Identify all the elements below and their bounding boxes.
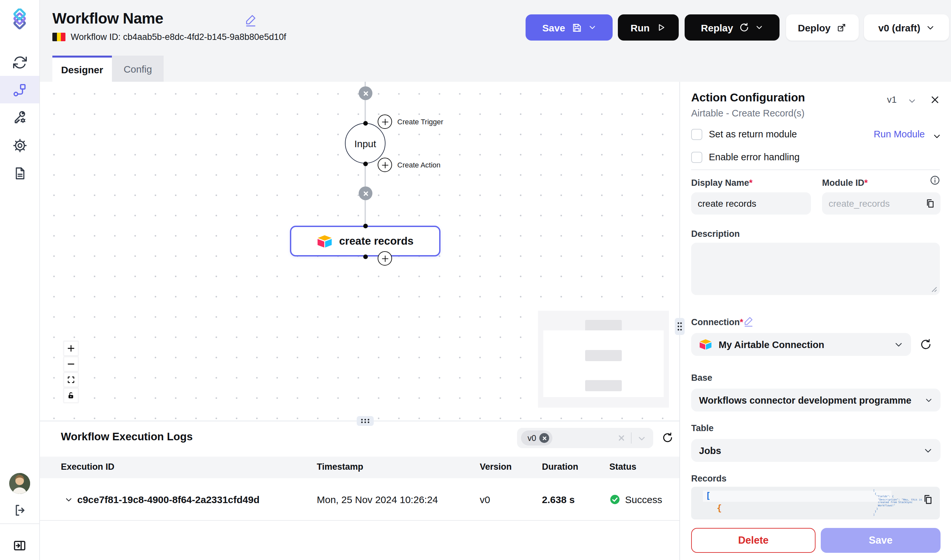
input-node-top-port[interactable] <box>363 121 367 125</box>
base-chevron-icon <box>925 396 933 404</box>
description-textarea[interactable] <box>691 243 940 295</box>
workflow-id-text: Workflow ID: cb4aab5b-e8dc-4fd2-b145-9a8… <box>71 32 286 42</box>
create-action-label[interactable]: Create Action <box>397 161 441 169</box>
workflow-canvas[interactable]: Input Create Trigger Create Action creat… <box>40 82 680 421</box>
resize-handle-icon[interactable] <box>931 286 937 292</box>
create-records-top-port[interactable] <box>363 223 367 228</box>
error-handling-checkbox[interactable] <box>691 151 702 163</box>
module-id-label: Module ID* <box>822 178 868 188</box>
cell-status: Success <box>609 494 662 505</box>
module-id-input[interactable]: create_records <box>822 192 940 215</box>
action-configuration-panel: Action Configuration v1 Airtable - Creat… <box>680 82 951 560</box>
info-icon[interactable] <box>929 175 940 186</box>
column-status: Status <box>609 462 637 472</box>
run-module-chevron-icon[interactable] <box>933 132 941 141</box>
save-button-label: Save <box>542 22 565 33</box>
input-node[interactable]: Input <box>345 123 385 163</box>
success-check-icon <box>609 494 621 505</box>
app-logo-icon[interactable] <box>9 9 30 31</box>
connection-value: My Airtable Connection <box>719 339 825 350</box>
replay-button-label: Replay <box>701 22 733 33</box>
logs-version-filter[interactable]: v0 <box>517 428 653 448</box>
input-node-label: Input <box>355 138 376 149</box>
version-selector-button[interactable]: v0 (draft) <box>864 14 949 40</box>
create-trigger-label[interactable]: Create Trigger <box>397 118 444 126</box>
create-records-node[interactable]: create records <box>290 226 441 257</box>
document-icon <box>12 166 27 180</box>
replay-dropdown-chevron-icon[interactable] <box>755 23 763 31</box>
filter-chevron-icon[interactable] <box>638 434 646 443</box>
zoom-in-button[interactable] <box>63 341 79 356</box>
input-node-bottom-port[interactable] <box>363 161 367 166</box>
remove-edge-button-middle[interactable] <box>359 186 372 200</box>
tab-config[interactable]: Config <box>112 55 163 82</box>
editor-minimap: [ { "fields": { "Description": "Hey, thi… <box>873 489 914 517</box>
sidebar <box>0 0 40 560</box>
description-label: Description <box>691 229 740 239</box>
expand-row-chevron-icon[interactable] <box>65 496 72 504</box>
delete-button[interactable]: Delete <box>691 528 815 553</box>
run-module-link[interactable]: Run Module <box>874 129 925 139</box>
table-select[interactable]: Jobs <box>691 439 940 462</box>
minimap-node-bar <box>585 320 622 331</box>
workflow-builder-app: Workflow Name Workflow ID: cb4aab5b-e8dc… <box>0 0 951 560</box>
create-records-bottom-port[interactable] <box>363 254 367 259</box>
panel-save-button[interactable]: Save <box>821 528 940 553</box>
zoom-out-button[interactable] <box>63 357 79 372</box>
panel-resize-handle[interactable] <box>675 318 684 335</box>
refresh-connection-button[interactable] <box>920 338 932 351</box>
module-version-chevron-icon[interactable] <box>908 97 916 105</box>
deploy-button-label: Deploy <box>798 22 831 33</box>
tab-designer[interactable]: Designer <box>52 55 112 82</box>
save-dropdown-chevron-icon[interactable] <box>588 23 596 31</box>
fit-view-button[interactable] <box>63 372 79 387</box>
sidebar-item-credentials[interactable] <box>0 103 39 131</box>
play-icon <box>655 22 666 33</box>
cell-duration: 2.638 s <box>542 494 575 505</box>
sidebar-item-settings[interactable] <box>0 131 39 159</box>
connection-label: Connection* <box>691 317 743 327</box>
records-code-editor[interactable]: [ { [ { "fields": { "Description": "Hey,… <box>691 487 940 520</box>
airtable-logo-icon <box>699 339 712 350</box>
display-name-input[interactable]: create records <box>691 192 811 215</box>
records-label: Records <box>691 474 726 483</box>
add-next-action-plus-button[interactable] <box>378 251 392 266</box>
user-avatar[interactable] <box>9 473 30 494</box>
sidebar-item-workflows[interactable] <box>0 76 39 103</box>
run-button[interactable]: Run <box>618 14 679 40</box>
create-action-plus-button[interactable] <box>378 158 392 172</box>
required-asterisk: * <box>749 178 753 188</box>
deploy-button[interactable]: Deploy <box>786 14 859 40</box>
workflow-id-row: Workflow ID: cb4aab5b-e8dc-4fd2-b145-9a8… <box>52 32 286 42</box>
delete-button-label: Delete <box>738 534 768 546</box>
gear-icon <box>12 138 27 153</box>
set-return-module-checkbox[interactable] <box>691 129 702 140</box>
refresh-logs-button[interactable] <box>662 432 674 443</box>
sidebar-item-sync[interactable] <box>0 48 39 76</box>
edit-title-button[interactable] <box>245 13 257 27</box>
remove-edge-button-top[interactable] <box>359 86 372 100</box>
sidebar-item-logout[interactable] <box>0 497 39 524</box>
sidebar-collapse-button[interactable] <box>0 532 39 559</box>
version-chevron-icon <box>926 23 935 32</box>
logs-resize-handle[interactable] <box>357 416 374 426</box>
base-select[interactable]: Workflows connector development programm… <box>691 389 940 411</box>
error-handling-row: Enable error handling <box>691 149 800 165</box>
connection-select[interactable]: My Airtable Connection <box>691 333 911 356</box>
edit-connection-icon[interactable] <box>743 315 754 327</box>
copy-records-icon[interactable] <box>922 494 933 505</box>
clear-filter-icon[interactable] <box>617 434 626 442</box>
replay-button[interactable]: Replay <box>684 14 780 40</box>
remove-chip-icon[interactable] <box>539 433 549 443</box>
lock-canvas-button[interactable] <box>63 388 79 403</box>
create-trigger-plus-button[interactable] <box>378 114 392 129</box>
set-return-module-label: Set as return module <box>709 129 797 139</box>
save-button[interactable]: Save <box>526 14 613 40</box>
close-panel-icon[interactable] <box>930 95 940 105</box>
copy-module-id-icon[interactable] <box>925 198 935 209</box>
canvas-minimap[interactable] <box>538 311 669 408</box>
sidebar-item-docs[interactable] <box>0 160 39 187</box>
topbar: Workflow Name Workflow ID: cb4aab5b-e8dc… <box>40 0 951 82</box>
log-table-row[interactable]: c9ce7f81-19c8-4900-8f64-2a2331cfd49d Mon… <box>40 478 680 521</box>
required-asterisk: * <box>864 178 868 188</box>
